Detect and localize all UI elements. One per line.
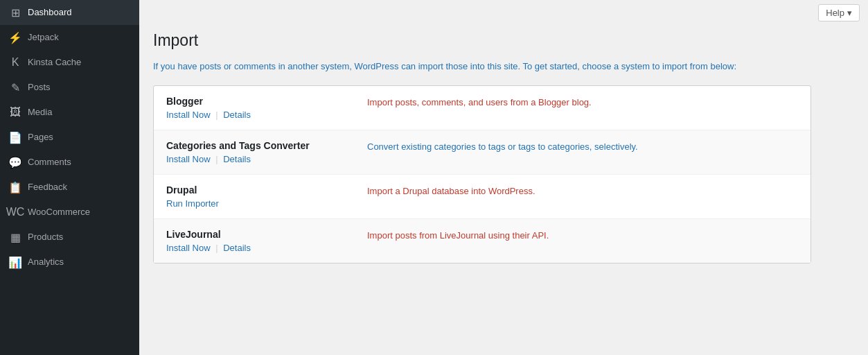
sidebar-item-woocommerce[interactable]: WCWooCommerce — [0, 200, 139, 225]
dashboard-icon: ⊞ — [8, 6, 22, 19]
importer-action-livejournal-0[interactable]: Install Now — [166, 243, 211, 253]
table-row: Categories and Tags ConverterInstall Now… — [154, 130, 811, 175]
importer-action-categories-tags-0[interactable]: Install Now — [166, 154, 211, 164]
sidebar-item-jetpack[interactable]: ⚡Jetpack — [0, 25, 139, 50]
importer-desc-blogger: Import posts, comments, and users from a… — [367, 96, 798, 110]
importer-desc-drupal: Import a Drupal database into WordPress. — [367, 184, 798, 198]
sidebar-label-jetpack: Jetpack — [28, 31, 59, 44]
kinsta-cache-icon: K — [8, 55, 22, 69]
help-arrow-icon: ▾ — [847, 8, 852, 18]
importer-action-drupal-0[interactable]: Run Importer — [166, 198, 219, 209]
sidebar-label-comments: Comments — [28, 156, 71, 168]
comments-icon: 💬 — [8, 155, 22, 169]
products-icon: ▦ — [8, 230, 22, 244]
separator: | — [213, 154, 221, 164]
sidebar-item-products[interactable]: ▦Products — [0, 225, 139, 250]
table-row: DrupalRun ImporterImport a Drupal databa… — [154, 175, 811, 219]
sidebar-label-products: Products — [28, 231, 63, 243]
sidebar-item-posts[interactable]: ✎Posts — [0, 75, 139, 100]
sidebar-item-pages[interactable]: 📄Pages — [0, 125, 139, 150]
jetpack-icon: ⚡ — [8, 31, 22, 44]
importer-action-categories-tags-1[interactable]: Details — [223, 154, 251, 164]
sidebar-item-dashboard[interactable]: ⊞Dashboard — [0, 0, 139, 25]
separator: | — [213, 243, 221, 253]
importer-name-blogger: Blogger — [166, 96, 346, 107]
sidebar-label-posts: Posts — [28, 81, 51, 94]
importer-desc-livejournal: Import posts from LiveJournal using thei… — [367, 229, 798, 243]
importers-table: BloggerInstall Now | DetailsImport posts… — [153, 85, 811, 263]
posts-icon: ✎ — [8, 80, 22, 94]
importer-action-blogger-0[interactable]: Install Now — [166, 110, 211, 120]
content-area: Import If you have posts or comments in … — [139, 26, 868, 277]
sidebar-item-feedback[interactable]: 📋Feedback — [0, 175, 139, 200]
sidebar-label-dashboard: Dashboard — [28, 6, 72, 19]
sidebar-label-feedback: Feedback — [28, 181, 67, 193]
pages-icon: 📄 — [8, 130, 22, 144]
main-content: Help ▾ Import If you have posts or comme… — [139, 0, 868, 355]
sidebar-item-comments[interactable]: 💬Comments — [0, 150, 139, 175]
media-icon: 🖼 — [8, 105, 22, 119]
sidebar-label-woocommerce: WooCommerce — [28, 206, 90, 218]
sidebar-label-analytics: Analytics — [28, 256, 64, 268]
table-row: LiveJournalInstall Now | DetailsImport p… — [154, 219, 811, 263]
help-button[interactable]: Help ▾ — [818, 4, 860, 21]
separator: | — [213, 110, 221, 120]
sidebar-item-media[interactable]: 🖼Media — [0, 100, 139, 125]
sidebar-label-media: Media — [28, 106, 52, 119]
sidebar-label-pages: Pages — [28, 131, 53, 144]
sidebar-item-analytics[interactable]: 📊Analytics — [0, 250, 139, 275]
feedback-icon: 📋 — [8, 180, 22, 194]
analytics-icon: 📊 — [8, 255, 22, 269]
importer-name-categories-tags: Categories and Tags Converter — [166, 140, 346, 151]
importer-name-livejournal: LiveJournal — [166, 229, 346, 240]
sidebar-item-kinsta-cache[interactable]: KKinsta Cache — [0, 50, 139, 75]
woocommerce-icon: WC — [8, 205, 22, 219]
help-label: Help — [826, 8, 844, 18]
sidebar: ⊞Dashboard⚡JetpackKKinsta Cache✎Posts🖼Me… — [0, 0, 139, 355]
intro-text: If you have posts or comments in another… — [153, 60, 811, 74]
sidebar-label-kinsta-cache: Kinsta Cache — [28, 56, 81, 69]
importer-name-drupal: Drupal — [166, 184, 346, 196]
importer-action-livejournal-1[interactable]: Details — [223, 243, 251, 253]
topbar: Help ▾ — [139, 0, 868, 26]
table-row: BloggerInstall Now | DetailsImport posts… — [154, 86, 811, 130]
page-title: Import — [153, 31, 854, 50]
importer-action-blogger-1[interactable]: Details — [223, 110, 251, 120]
importer-desc-categories-tags: Convert existing categories to tags or t… — [367, 140, 798, 154]
